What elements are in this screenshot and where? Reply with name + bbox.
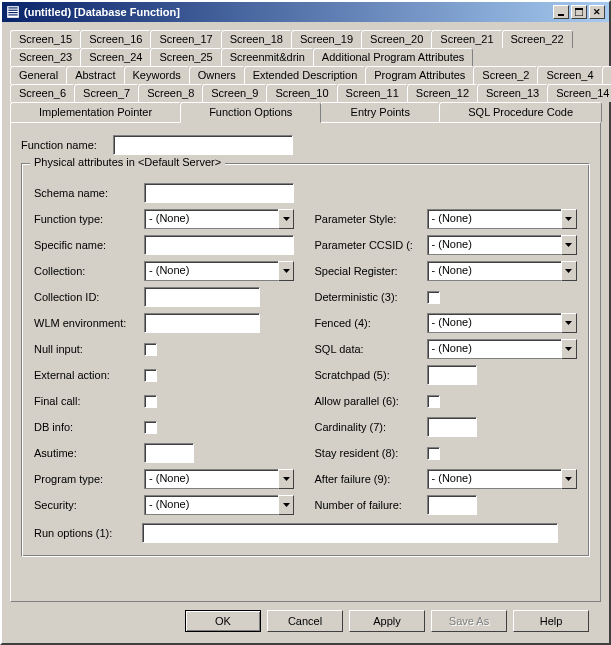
button-bar: OK Cancel Apply Save As Help	[10, 602, 601, 632]
program-type-label: Program type:	[34, 473, 144, 485]
minimize-button[interactable]	[553, 5, 569, 19]
collection-id-input[interactable]	[144, 287, 260, 307]
tab-screen-25[interactable]: Screen_25	[150, 48, 221, 66]
tab-screen-4[interactable]: Screen_4	[537, 66, 602, 84]
tab-screen-17[interactable]: Screen_17	[150, 30, 221, 48]
tab-screen-13[interactable]: Screen_13	[477, 84, 548, 102]
wlm-env-label: WLM environment:	[34, 317, 144, 329]
collection-label: Collection:	[34, 265, 144, 277]
tab-screen-19[interactable]: Screen_19	[291, 30, 362, 48]
function-name-label: Function name:	[21, 139, 113, 151]
allow-parallel-checkbox[interactable]	[427, 395, 440, 408]
db-info-label: DB info:	[34, 421, 144, 433]
maximize-button[interactable]	[571, 5, 587, 19]
sql-data-label: SQL data:	[315, 343, 427, 355]
tab-entry-points[interactable]: Entry Points	[320, 102, 440, 122]
apply-button[interactable]: Apply	[349, 610, 425, 632]
function-type-label: Function type:	[34, 213, 144, 225]
svg-rect-5	[558, 14, 564, 16]
cardinality-label: Cardinality (7):	[315, 421, 427, 433]
after-failure-label: After failure (9):	[315, 473, 427, 485]
tab-owners[interactable]: Owners	[189, 66, 245, 84]
tab-screen-20[interactable]: Screen_20	[361, 30, 432, 48]
tab-screen-6[interactable]: Screen_6	[10, 84, 75, 102]
program-type-select[interactable]: - (None)	[144, 469, 294, 489]
client-area: Screen_15Screen_16Screen_17Screen_18Scre…	[2, 22, 609, 640]
null-input-checkbox[interactable]	[144, 343, 157, 356]
tab-general[interactable]: General	[10, 66, 67, 84]
tab-screen-24[interactable]: Screen_24	[80, 48, 151, 66]
tab-screen-11[interactable]: Screen_11	[337, 84, 408, 102]
tab-program-attributes[interactable]: Program Attributes	[365, 66, 474, 84]
function-name-input[interactable]	[113, 135, 293, 155]
stay-resident-checkbox[interactable]	[427, 447, 440, 460]
close-button[interactable]: ✕	[589, 5, 605, 19]
tab-screen-18[interactable]: Screen_18	[221, 30, 292, 48]
function-type-select[interactable]: - (None)	[144, 209, 294, 229]
ok-button[interactable]: OK	[185, 610, 261, 632]
specific-name-label: Specific name:	[34, 239, 144, 251]
tab-screen-10[interactable]: Screen_10	[266, 84, 337, 102]
tab-screen-8[interactable]: Screen_8	[138, 84, 203, 102]
tab-screen-15[interactable]: Screen_15	[10, 30, 81, 48]
external-action-label: External action:	[34, 369, 144, 381]
chevron-down-icon	[561, 209, 577, 229]
run-options-input[interactable]	[142, 523, 558, 543]
tab-implementation-pointer[interactable]: Implementation Pointer	[10, 102, 181, 122]
specific-name-input[interactable]	[144, 235, 294, 255]
final-call-label: Final call:	[34, 395, 144, 407]
deterministic-checkbox[interactable]	[427, 291, 440, 304]
tab-abstract[interactable]: Abstract	[66, 66, 124, 84]
svg-rect-1	[8, 7, 17, 8]
parameter-style-label: Parameter Style:	[315, 213, 427, 225]
schema-name-label: Schema name:	[34, 187, 144, 199]
chevron-down-icon	[278, 495, 294, 515]
number-of-failure-input[interactable]	[427, 495, 477, 515]
chevron-down-icon	[561, 235, 577, 255]
fenced-label: Fenced (4):	[315, 317, 427, 329]
asutime-input[interactable]	[144, 443, 194, 463]
tab-screen-7[interactable]: Screen_7	[74, 84, 139, 102]
physical-attributes-group: Physical attributes in <Default Server> …	[21, 163, 590, 557]
final-call-checkbox[interactable]	[144, 395, 157, 408]
external-action-checkbox[interactable]	[144, 369, 157, 382]
scratchpad-label: Scratchpad (5):	[315, 369, 427, 381]
cancel-button[interactable]: Cancel	[267, 610, 343, 632]
parameter-ccsid-select[interactable]: - (None)	[427, 235, 577, 255]
tab-additional-program-attributes[interactable]: Additional Program Attributes	[313, 48, 473, 66]
after-failure-select[interactable]: - (None)	[427, 469, 577, 489]
tab-sql-procedure-code[interactable]: SQL Procedure Code	[439, 102, 602, 122]
fenced-select[interactable]: - (None)	[427, 313, 577, 333]
scratchpad-input[interactable]	[427, 365, 477, 385]
tab-screen-9[interactable]: Screen_9	[202, 84, 267, 102]
tab-function-options[interactable]: Function Options	[180, 102, 321, 123]
tab-scren-5[interactable]: Scren_5	[602, 66, 611, 84]
tab-screen-23[interactable]: Screen_23	[10, 48, 81, 66]
svg-rect-2	[8, 10, 17, 11]
tab-screen-12[interactable]: Screen_12	[407, 84, 478, 102]
help-button[interactable]: Help	[513, 610, 589, 632]
tab-keywords[interactable]: Keywords	[124, 66, 190, 84]
cardinality-input[interactable]	[427, 417, 477, 437]
tab-extended-description[interactable]: Extended Description	[244, 66, 367, 84]
schema-name-input[interactable]	[144, 183, 294, 203]
security-select[interactable]: - (None)	[144, 495, 294, 515]
tab-screen-2[interactable]: Screen_2	[473, 66, 538, 84]
tab-screenmit-drin[interactable]: Screenmit&drin	[221, 48, 314, 66]
tab-screen-14[interactable]: Screen_14	[547, 84, 611, 102]
special-register-select[interactable]: - (None)	[427, 261, 577, 281]
db-info-checkbox[interactable]	[144, 421, 157, 434]
sql-data-select[interactable]: - (None)	[427, 339, 577, 359]
chevron-down-icon	[561, 313, 577, 333]
parameter-style-select[interactable]: - (None)	[427, 209, 577, 229]
tab-screen-16[interactable]: Screen_16	[80, 30, 151, 48]
wlm-env-input[interactable]	[144, 313, 260, 333]
run-options-label: Run options (1):	[34, 527, 142, 539]
tab-panel: Function name: Physical attributes in <D…	[10, 122, 601, 602]
chevron-down-icon	[561, 469, 577, 489]
tab-screen-22[interactable]: Screen_22	[502, 30, 573, 48]
collection-select[interactable]: - (None)	[144, 261, 294, 281]
save-as-button[interactable]: Save As	[431, 610, 507, 632]
tab-screen-21[interactable]: Screen_21	[431, 30, 502, 48]
chevron-down-icon	[278, 469, 294, 489]
